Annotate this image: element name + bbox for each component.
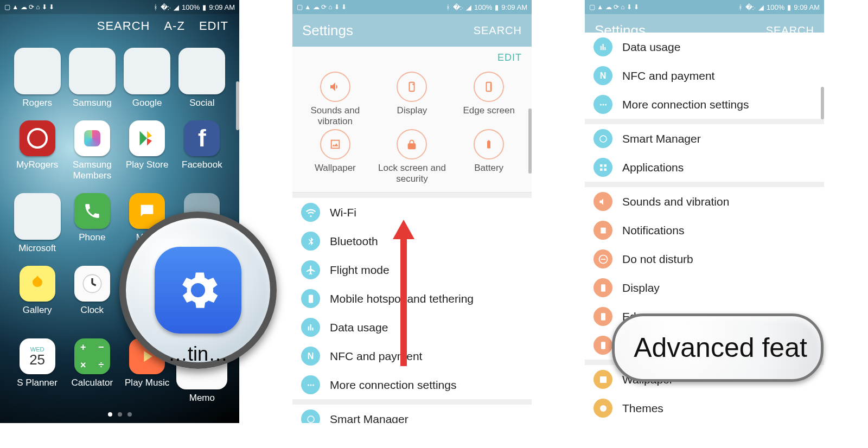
app-google-folder[interactable]: Google xyxy=(120,48,175,118)
app-splanner[interactable]: WED 25 S Planner xyxy=(10,338,65,409)
battery-icon xyxy=(474,129,504,159)
app-label: Clock xyxy=(81,305,104,316)
search-button[interactable]: SEARCH xyxy=(97,19,150,33)
data-icon xyxy=(593,37,612,56)
quick-label: Display xyxy=(397,105,427,116)
settings-label: Applications xyxy=(622,161,684,174)
svg-rect-15 xyxy=(600,376,607,383)
app-myrogers[interactable]: MyRogers xyxy=(10,120,65,191)
app-clock[interactable]: Clock xyxy=(65,266,119,336)
dnd-icon xyxy=(593,249,612,268)
app-samsung-members[interactable]: Samsung Members xyxy=(65,120,119,191)
svg-point-16 xyxy=(600,405,607,412)
quick-sounds[interactable]: Sounds and vibration xyxy=(297,72,374,127)
status-left-icons: ▢ ▲ ☁ ⟳ ⌂ ⬇ ⬇ xyxy=(4,3,54,11)
page-title: Settings xyxy=(302,22,353,39)
settings-applications[interactable]: Applications xyxy=(585,153,824,182)
search-button[interactable]: SEARCH xyxy=(474,24,522,37)
settings-more-connection[interactable]: More connection settings xyxy=(292,370,532,399)
data-icon xyxy=(301,318,320,337)
wifi-icon xyxy=(301,203,320,222)
callout-text: Advanced feat xyxy=(634,332,807,363)
app-label: Gallery xyxy=(23,305,52,316)
settings-data-usage[interactable]: Data usage xyxy=(292,313,532,342)
settings-nfc[interactable]: N NFC and payment xyxy=(585,61,824,90)
svg-rect-4 xyxy=(490,84,492,91)
settings-label: NFC and payment xyxy=(622,69,714,82)
svg-point-7 xyxy=(308,416,314,423)
clock: 9:09 AM xyxy=(209,3,235,11)
status-right: ᚼ �჻ ◢ 100% ▮ 9:09 AM xyxy=(154,3,235,11)
battery-percent: 100% xyxy=(182,3,200,11)
app-label: Play Music xyxy=(125,377,169,388)
app-samsung-folder[interactable]: Samsung xyxy=(65,48,119,118)
svg-rect-9 xyxy=(601,227,605,233)
nfc-icon: N xyxy=(301,347,320,366)
az-sort-button[interactable]: A-Z xyxy=(164,19,184,33)
status-left-icons: ▢ ▲ ☁ ⟳ ⌂ ⬇ ⬇ xyxy=(297,3,347,11)
app-rogers-folder[interactable]: Rogers xyxy=(10,48,65,118)
themes-icon xyxy=(593,399,612,418)
settings-flight-mode[interactable]: Flight mode xyxy=(292,255,532,284)
quick-battery[interactable]: Battery xyxy=(450,129,527,184)
app-label: Microsoft xyxy=(18,243,56,254)
status-bar: ▢ ▲ ☁ ⟳ ⌂ ⬇ ⬇ ᚼ �჻ ◢ 100% ▮ 9:09 AM xyxy=(0,0,239,14)
page-indicator[interactable] xyxy=(0,412,239,417)
app-label: Samsung Members xyxy=(65,159,119,181)
sound-icon xyxy=(593,192,612,211)
settings-label: Smart Manager xyxy=(330,413,409,424)
wifi-icon: �჻ xyxy=(453,3,463,11)
settings-list[interactable]: Wi-Fi Bluetooth Flight mode Mobile hotsp… xyxy=(292,198,532,423)
app-calculator[interactable]: + − × ÷ Calculator xyxy=(65,338,119,409)
app-label: Facebook xyxy=(182,159,222,170)
app-phone[interactable]: Phone xyxy=(65,193,119,264)
app-facebook[interactable]: f Facebook xyxy=(175,120,229,191)
settings-smart-manager[interactable]: Smart Manager xyxy=(585,124,824,153)
edge-icon xyxy=(474,72,504,102)
settings-smart-manager[interactable]: Smart Manager xyxy=(292,405,532,423)
status-left-icons: ▢ ▲ ☁ ⟳ ⌂ ⬇ ⬇ xyxy=(589,3,639,11)
lock-icon xyxy=(397,129,427,159)
settings-sounds-vibration[interactable]: Sounds and vibration xyxy=(585,187,824,216)
settings-app-icon[interactable] xyxy=(155,247,241,334)
settings-display[interactable]: Display xyxy=(585,273,824,302)
quick-settings-edit-row: EDIT xyxy=(292,47,532,68)
settings-dnd[interactable]: Do not disturb xyxy=(585,245,824,273)
settings-label: Do not disturb xyxy=(622,253,693,266)
quick-lock-security[interactable]: Lock screen and security xyxy=(374,129,451,184)
phone-settings-top: ▢ ▲ ☁ ⟳ ⌂ ⬇ ⬇ ᚼ �჻ ◢ 100% ▮ 9:09 AM Sett… xyxy=(292,0,532,423)
quick-wallpaper[interactable]: Wallpaper xyxy=(297,129,374,184)
settings-bluetooth[interactable]: Bluetooth xyxy=(292,227,532,255)
quick-label: Battery xyxy=(474,163,503,174)
settings-data-usage[interactable]: Data usage xyxy=(585,33,824,61)
signal-icon: ◢ xyxy=(174,3,179,11)
app-play-store[interactable]: Play Store xyxy=(120,120,175,191)
settings-hotspot[interactable]: Mobile hotspot and tethering xyxy=(292,284,532,313)
scroll-indicator[interactable] xyxy=(821,87,824,119)
edit-button[interactable]: EDIT xyxy=(199,19,228,33)
settings-notifications[interactable]: Notifications xyxy=(585,216,824,245)
app-label: MyRogers xyxy=(16,159,58,170)
quick-edge-screen[interactable]: Edge screen xyxy=(450,72,527,127)
settings-label: Wi-Fi xyxy=(330,206,356,219)
settings-more-connection[interactable]: More connection settings xyxy=(585,90,824,119)
bluetooth-icon: ᚼ xyxy=(738,3,743,11)
nfc-icon: N xyxy=(593,66,612,85)
scroll-indicator[interactable] xyxy=(528,108,532,174)
svg-rect-6 xyxy=(308,295,312,303)
edit-button[interactable]: EDIT xyxy=(497,52,522,63)
app-label: Phone xyxy=(79,232,105,243)
hotspot-icon xyxy=(301,289,320,308)
app-gallery[interactable]: Gallery xyxy=(10,266,65,336)
settings-nfc[interactable]: N NFC and payment xyxy=(292,342,532,370)
settings-label: Display xyxy=(622,281,660,295)
quick-display[interactable]: Display xyxy=(374,72,451,127)
app-social-folder[interactable]: Social xyxy=(175,48,229,118)
settings-label: Data usage xyxy=(622,41,680,54)
settings-wifi[interactable]: Wi-Fi xyxy=(292,198,532,227)
app-microsoft-folder[interactable]: Microsoft xyxy=(10,193,65,264)
scroll-indicator[interactable] xyxy=(236,81,239,130)
status-bar: ▢ ▲ ☁ ⟳ ⌂ ⬇ ⬇ ᚼ �჻ ◢ 100% ▮ 9:09 AM xyxy=(585,0,824,14)
settings-themes[interactable]: Themes xyxy=(585,394,824,423)
advanced-icon xyxy=(593,336,612,355)
